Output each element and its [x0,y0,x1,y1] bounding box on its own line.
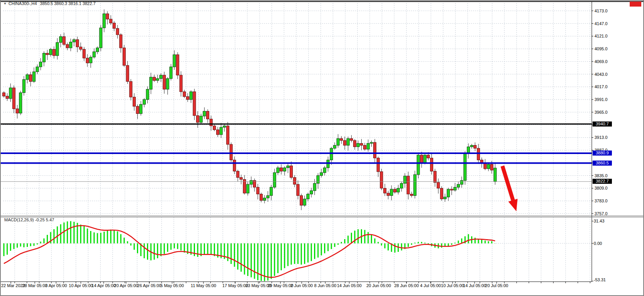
macd-tick-label: -53.31 [594,277,606,282]
chart-canvas[interactable] [0,0,644,296]
price-tick-label: 4043.0 [594,72,608,77]
chart-title: ▼CHINA300-,H43850.5 3860.3 3816.1 3822.7 [3,1,96,7]
down-arrow-annotation[interactable] [502,166,518,211]
candles [3,9,497,210]
time-tick-label: 14 Apr 05:00 [92,283,116,288]
macd-histogram [4,221,495,281]
time-tick-label: 20 Jun 05:00 [366,283,391,288]
symbol-period-label: CHINA300-,H4 [9,1,37,6]
time-tick-label: 14 Jun 05:00 [337,283,362,288]
price-tick-label: 3757.0 [594,211,608,216]
price-tick-label: 3783.0 [594,198,608,203]
time-tick-label: 28 Mar 05:00 [22,283,48,288]
time-tick-label: 26 Apr 05:00 [137,283,161,288]
chart-window: ▼CHINA300-,H43850.5 3860.3 3816.1 3822.7… [0,0,644,296]
price-tick-label: 4017.0 [594,84,608,89]
price-tick-label: 4095.0 [594,46,608,51]
price-tick-label: 3965.0 [594,110,608,115]
price-level-badge: 3860.5 [593,161,612,166]
time-tick-label: 5 May 05:00 [161,283,184,288]
time-tick-label: 2 Jun 05:00 [290,283,313,288]
indicator-label: MACD(12,26,9) -0.25 5.47 [4,217,54,222]
price-tick-label: 4173.0 [594,9,608,13]
axis-frame [0,0,644,296]
price-tick-label: 3835.0 [594,173,608,178]
price-level-badge: 3880.9 [593,151,612,156]
price-tick-label: 4147.0 [594,21,608,26]
price-tick-label: 4121.0 [594,34,608,38]
time-tick-label: 3 Apr 05:00 [45,283,67,288]
time-tick-label: 17 May 05:00 [222,283,248,288]
top-right-red-marker [630,2,641,7]
time-tick-label: 4 Jul 05:00 [420,283,441,288]
time-tick-label: 22 Mar 2023 [1,283,25,288]
time-tick-label: 10 Apr 05:00 [69,283,93,288]
price-tick-label: 4069.0 [594,59,608,64]
price-level-badge: 3940.7 [593,121,612,127]
price-tick-label: 3913.0 [594,135,608,140]
time-tick-label: 10 Jul 05:00 [441,283,464,288]
price-tick-label: 3991.0 [594,97,608,102]
macd-tick-label: 31.43 [594,219,605,223]
ohlc-values: 3850.5 3860.3 3816.1 3822.7 [40,1,96,6]
time-tick-label: 11 May 05:00 [191,283,216,288]
grid-lines [3,3,592,282]
time-tick-label: 20 Apr 05:00 [114,283,138,288]
time-tick-label: 8 Jun 05:00 [314,283,337,288]
time-tick-label: 28 Jun 05:00 [394,283,419,288]
symbol-dropdown-icon[interactable]: ▼ [3,1,7,6]
price-level-badge: 3822.7 [593,179,612,184]
macd-tick-label: 0.00 [594,241,602,246]
time-tick-label: 20 Jul 05:00 [485,283,508,288]
time-tick-label: 29 May 05:00 [268,283,294,288]
price-tick-label: 3809.0 [594,186,608,190]
time-tick-label: 14 Jul 05:00 [463,283,486,288]
